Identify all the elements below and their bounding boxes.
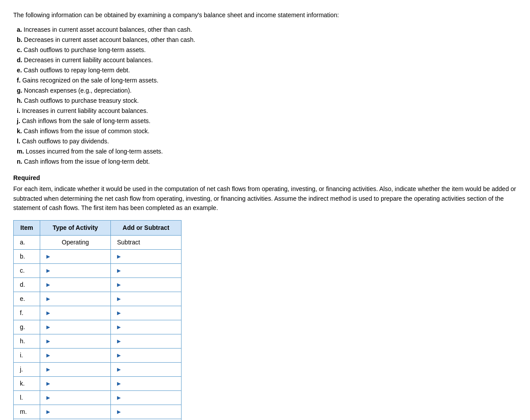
table-cell-activity[interactable]: ▶ — [40, 377, 111, 391]
list-item: j. Cash inflows from the sale of long-te… — [17, 116, 517, 126]
activity-dropdown-arrow[interactable]: ▶ — [46, 267, 50, 274]
required-body: For each item, indicate whether it would… — [13, 184, 517, 213]
table-cell-item: c. — [14, 264, 40, 278]
table-cell-add-subtract[interactable]: ▶ — [111, 320, 182, 334]
list-item: f. Gains recognized on the sale of long-… — [17, 76, 517, 85]
add-subtract-dropdown-arrow[interactable]: ▶ — [117, 281, 121, 289]
table-cell-activity[interactable]: ▶ — [40, 349, 111, 363]
table-cell-activity[interactable]: ▶ — [40, 334, 111, 349]
table-cell-item: i. — [14, 349, 40, 363]
table-cell-activity[interactable]: ▶ — [40, 306, 111, 320]
table-header: Item Type of Activity Add or Subtract — [14, 221, 182, 236]
table-cell-item: j. — [14, 363, 40, 377]
activity-dropdown-arrow[interactable]: ▶ — [46, 408, 50, 416]
col-add-subtract: Add or Subtract — [111, 221, 182, 236]
activity-dropdown-arrow[interactable]: ▶ — [46, 338, 50, 345]
table-cell-item: a. — [14, 236, 40, 250]
table-cell-add-subtract[interactable]: ▶ — [111, 363, 182, 377]
table-cell-item: h. — [14, 334, 40, 349]
table-cell-item: l. — [14, 391, 40, 405]
col-item: Item — [14, 221, 40, 236]
table-cell-activity[interactable]: ▶ — [40, 264, 111, 278]
table-row: g.▶▶ — [14, 320, 182, 334]
activity-dropdown-arrow[interactable]: ▶ — [46, 394, 50, 401]
table-cell-item: g. — [14, 320, 40, 334]
required-section: Required For each item, indicate whether… — [13, 173, 517, 213]
table-row: f.▶▶ — [14, 306, 182, 320]
table-cell-activity[interactable]: ▶ — [40, 320, 111, 334]
table-row: l.▶▶ — [14, 391, 182, 405]
table-cell-activity: Operating — [40, 236, 111, 250]
table-row: j.▶▶ — [14, 363, 182, 377]
table-row: d.▶▶ — [14, 278, 182, 292]
activity-table: Item Type of Activity Add or Subtract a.… — [13, 220, 182, 420]
list-item: m. Losses incurred from the sale of long… — [17, 147, 517, 156]
activity-dropdown-arrow[interactable]: ▶ — [46, 253, 50, 260]
table-cell-item: k. — [14, 377, 40, 391]
table-row: b.▶▶ — [14, 250, 182, 264]
table-cell-add-subtract[interactable]: ▶ — [111, 349, 182, 363]
list-item: k. Cash inflows from the issue of common… — [17, 127, 517, 136]
col-activity: Type of Activity — [40, 221, 111, 236]
table-row: h.▶▶ — [14, 334, 182, 349]
list-item: n. Cash inflows from the issue of long-t… — [17, 157, 517, 166]
add-subtract-dropdown-arrow[interactable]: ▶ — [117, 253, 121, 260]
table-cell-add-subtract[interactable]: ▶ — [111, 306, 182, 320]
activity-dropdown-arrow[interactable]: ▶ — [46, 309, 50, 317]
table-cell-activity[interactable]: ▶ — [40, 278, 111, 292]
table-row: a.OperatingSubtract — [14, 236, 182, 250]
list-item: c. Cash outflows to purchase long-term a… — [17, 45, 517, 55]
table-cell-activity[interactable]: ▶ — [40, 405, 111, 419]
table-body: a.OperatingSubtractb.▶▶c.▶▶d.▶▶e.▶▶f.▶▶g… — [14, 236, 182, 420]
table-cell-add-subtract[interactable]: ▶ — [111, 377, 182, 391]
table-row: k.▶▶ — [14, 377, 182, 391]
table-row: m.▶▶ — [14, 405, 182, 419]
table-cell-add-subtract[interactable]: ▶ — [111, 391, 182, 405]
add-subtract-dropdown-arrow[interactable]: ▶ — [117, 366, 121, 373]
table-cell-activity[interactable]: ▶ — [40, 250, 111, 264]
list-item: g. Noncash expenses (e.g., depreciation)… — [17, 86, 517, 95]
table-cell-add-subtract[interactable]: ▶ — [111, 292, 182, 306]
table-cell-add-subtract[interactable]: ▶ — [111, 334, 182, 349]
add-subtract-dropdown-arrow[interactable]: ▶ — [117, 267, 121, 274]
list-item: d. Decreases in current liability accoun… — [17, 56, 517, 65]
table-row: i.▶▶ — [14, 349, 182, 363]
list-section: a. Increases in current asset account ba… — [13, 25, 517, 166]
add-subtract-dropdown-arrow[interactable]: ▶ — [117, 352, 121, 359]
list-item: b. Decreases in current asset account ba… — [17, 35, 517, 45]
table-row: c.▶▶ — [14, 264, 182, 278]
add-subtract-dropdown-arrow[interactable]: ▶ — [117, 295, 121, 303]
add-subtract-dropdown-arrow[interactable]: ▶ — [117, 380, 121, 387]
table-row: e.▶▶ — [14, 292, 182, 306]
table-cell-item: d. — [14, 278, 40, 292]
list-item: a. Increases in current asset account ba… — [17, 25, 517, 34]
table-cell-add-subtract[interactable]: ▶ — [111, 405, 182, 419]
required-title: Required — [13, 173, 517, 183]
add-subtract-dropdown-arrow[interactable]: ▶ — [117, 323, 121, 331]
activity-dropdown-arrow[interactable]: ▶ — [46, 380, 50, 387]
table-cell-item: m. — [14, 405, 40, 419]
activity-dropdown-arrow[interactable]: ▶ — [46, 323, 50, 331]
table-cell-item: f. — [14, 306, 40, 320]
table-cell-add-subtract[interactable]: ▶ — [111, 278, 182, 292]
table-cell-activity[interactable]: ▶ — [40, 391, 111, 405]
activity-dropdown-arrow[interactable]: ▶ — [46, 295, 50, 303]
table-cell-activity[interactable]: ▶ — [40, 363, 111, 377]
table-cell-add-subtract: Subtract — [111, 236, 182, 250]
add-subtract-dropdown-arrow[interactable]: ▶ — [117, 309, 121, 317]
add-subtract-dropdown-arrow[interactable]: ▶ — [117, 394, 121, 401]
list-item: h. Cash outflows to purchase treasury st… — [17, 96, 517, 105]
table-cell-add-subtract[interactable]: ▶ — [111, 264, 182, 278]
activity-dropdown-arrow[interactable]: ▶ — [46, 366, 50, 373]
table-cell-item: e. — [14, 292, 40, 306]
intro-text: The following information can be obtaine… — [13, 11, 517, 20]
add-subtract-dropdown-arrow[interactable]: ▶ — [117, 338, 121, 345]
activity-dropdown-arrow[interactable]: ▶ — [46, 352, 50, 359]
list-item: e. Cash outflows to repay long-term debt… — [17, 66, 517, 75]
table-cell-activity[interactable]: ▶ — [40, 292, 111, 306]
table-cell-add-subtract[interactable]: ▶ — [111, 250, 182, 264]
table-cell-item: b. — [14, 250, 40, 264]
activity-dropdown-arrow[interactable]: ▶ — [46, 281, 50, 289]
list-item: i. Increases in current liability accoun… — [17, 106, 517, 116]
add-subtract-dropdown-arrow[interactable]: ▶ — [117, 408, 121, 416]
